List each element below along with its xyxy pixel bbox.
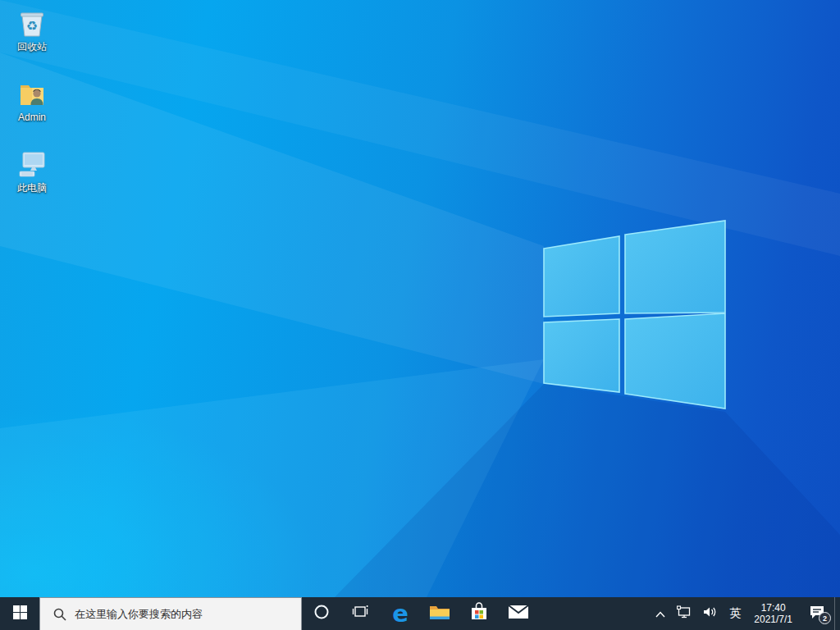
ime-label: 英 bbox=[729, 606, 741, 621]
file-explorer-button[interactable] bbox=[420, 597, 459, 630]
taskbar-search bbox=[39, 597, 302, 630]
network-button[interactable] bbox=[671, 597, 697, 630]
taskbar: e bbox=[0, 597, 840, 630]
system-tray: 英 17:40 2021/7/1 2 bbox=[650, 597, 840, 630]
edge-icon: e bbox=[392, 602, 409, 626]
cortana-icon bbox=[313, 604, 330, 623]
desktop-icon-label: 回收站 bbox=[17, 42, 47, 52]
search-input[interactable] bbox=[40, 598, 301, 630]
user-folder-icon bbox=[16, 77, 48, 110]
store-icon bbox=[469, 602, 489, 625]
task-view-icon bbox=[352, 605, 370, 623]
windows-logo-icon bbox=[13, 605, 27, 623]
desktop-icon-recycle-bin[interactable]: ♻ 回收站 bbox=[2, 3, 62, 55]
clock[interactable]: 17:40 2021/7/1 bbox=[746, 597, 800, 630]
chevron-up-icon bbox=[655, 606, 665, 621]
volume-button[interactable] bbox=[697, 597, 724, 630]
clock-date: 2021/7/1 bbox=[754, 614, 792, 625]
edge-button[interactable]: e bbox=[381, 597, 420, 630]
desktop: ♻ 回收站 Admin bbox=[0, 0, 840, 597]
computer-icon bbox=[16, 148, 48, 180]
desktop-icon-this-pc[interactable]: 此电脑 bbox=[2, 144, 62, 196]
show-desktop-button[interactable] bbox=[834, 597, 840, 630]
desktop-icon-label: Admin bbox=[18, 112, 46, 123]
action-center-button[interactable]: 2 bbox=[800, 597, 834, 630]
clock-time: 17:40 bbox=[761, 602, 786, 614]
recycle-bin-icon: ♻ bbox=[16, 7, 48, 39]
mail-button[interactable] bbox=[499, 597, 538, 630]
hidden-icons-button[interactable] bbox=[650, 597, 671, 630]
speaker-icon bbox=[703, 605, 718, 622]
wallpaper-windows-logo bbox=[0, 0, 840, 597]
task-view-button[interactable] bbox=[341, 597, 381, 630]
store-button[interactable] bbox=[459, 597, 499, 630]
file-explorer-icon bbox=[429, 603, 450, 624]
desktop-icon-list: ♻ 回收站 Admin bbox=[2, 3, 64, 215]
desktop-icon-admin-folder[interactable]: Admin bbox=[2, 74, 62, 126]
mail-icon bbox=[508, 604, 529, 623]
start-button[interactable] bbox=[0, 597, 39, 630]
svg-text:♻: ♻ bbox=[26, 18, 38, 34]
cortana-button[interactable] bbox=[302, 597, 341, 630]
network-ethernet-icon bbox=[677, 605, 692, 622]
notification-badge: 2 bbox=[819, 612, 831, 624]
ime-indicator[interactable]: 英 bbox=[724, 597, 746, 630]
desktop-icon-label: 此电脑 bbox=[17, 183, 47, 194]
